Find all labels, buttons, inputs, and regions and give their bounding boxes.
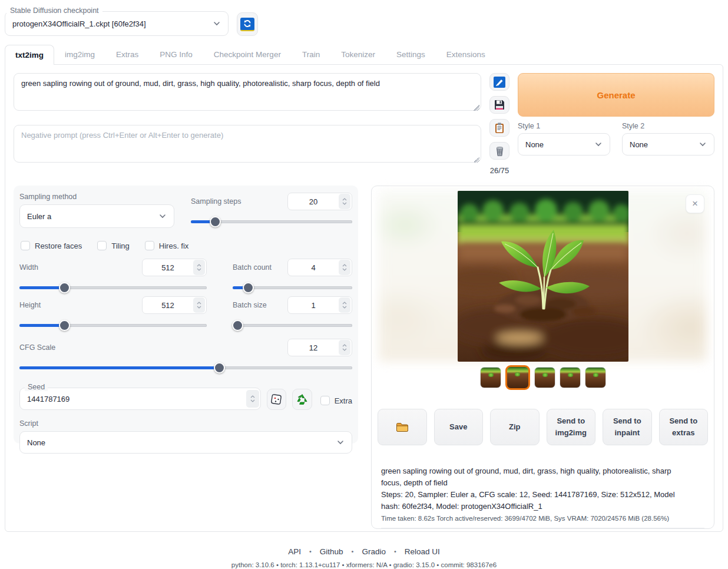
checkpoint-value: protogenX34OfficialR_1.ckpt [60fe2f34] — [12, 19, 146, 28]
sampling-steps-slider[interactable] — [191, 216, 352, 227]
batch-size-input[interactable]: 1 — [287, 296, 352, 314]
send-to-extras-button[interactable]: Send to extras — [659, 409, 709, 445]
sampling-steps-label: Sampling steps — [191, 197, 241, 206]
paintbrush-icon — [493, 76, 506, 88]
version-info: python: 3.10.6 • torch: 1.13.1+cu117 • x… — [5, 561, 723, 568]
script-label: Script — [19, 419, 352, 428]
tab-png-info[interactable]: PNG Info — [149, 44, 203, 64]
reuse-seed-button[interactable] — [292, 389, 312, 410]
thumbnail-4[interactable] — [560, 367, 581, 388]
close-icon: × — [692, 198, 698, 210]
image-gallery: × — [376, 191, 709, 397]
save-button[interactable]: Save — [434, 409, 484, 445]
random-seed-button[interactable] — [267, 389, 286, 410]
thumbnail-5[interactable] — [585, 367, 606, 388]
txt2img-panel: green sapling rowing out of ground, mud,… — [5, 64, 723, 532]
folder-icon — [396, 422, 409, 432]
close-gallery-button[interactable]: × — [686, 194, 704, 213]
footer: API • Github • Gradio • Reload UI python… — [5, 532, 723, 569]
tiling-checkbox[interactable]: Tiling — [97, 241, 130, 250]
height-input[interactable]: 512 — [142, 296, 207, 314]
footer-link-gradio[interactable]: Gradio — [362, 547, 386, 556]
thumbnail-2-selected[interactable] — [505, 365, 530, 390]
stepper-icon[interactable] — [193, 260, 205, 275]
height-slider[interactable] — [19, 320, 207, 330]
batch-size-label: Batch size — [233, 301, 267, 309]
apply-style-button[interactable] — [489, 119, 509, 137]
tab-extensions[interactable]: Extensions — [436, 44, 496, 64]
extra-seed-checkbox[interactable]: Extra — [320, 396, 352, 405]
batch-count-label: Batch count — [233, 263, 272, 272]
batch-count-slider[interactable] — [233, 282, 352, 293]
sampling-steps-input[interactable]: 20 — [287, 193, 352, 210]
chevron-down-icon — [336, 438, 345, 446]
send-to-img2img-button[interactable]: Send to img2img — [547, 409, 596, 445]
stepper-icon[interactable] — [339, 260, 350, 275]
thumbnail-1[interactable] — [480, 367, 501, 388]
send-to-inpaint-button[interactable]: Send to inpaint — [603, 409, 652, 445]
thumbnail-3[interactable] — [534, 367, 555, 388]
chevron-down-icon — [158, 212, 167, 220]
style2-select[interactable]: None — [622, 133, 714, 156]
interrogate-brush-button[interactable] — [489, 73, 509, 91]
tab-train[interactable]: Train — [292, 44, 330, 64]
batch-size-slider[interactable] — [233, 320, 352, 330]
stepper-icon[interactable] — [193, 297, 205, 313]
footer-link-github[interactable]: Github — [320, 547, 343, 556]
checkpoint-select[interactable]: Stable Diffusion checkpoint protogenX34O… — [5, 11, 229, 36]
zip-button[interactable]: Zip — [490, 409, 540, 445]
stepper-icon[interactable] — [339, 340, 350, 355]
style1-select[interactable]: None — [518, 133, 610, 156]
style2-label: Style 2 — [622, 122, 714, 130]
tab-tokenizer[interactable]: Tokenizer — [330, 44, 386, 64]
thumbnail-strip — [376, 367, 709, 390]
generated-image[interactable] — [458, 191, 628, 362]
tab-img2img[interactable]: img2img — [54, 44, 105, 64]
checkpoint-label: Stable Diffusion checkpoint — [6, 6, 102, 15]
bullet-separator: • — [394, 548, 396, 555]
stepper-icon[interactable] — [339, 297, 350, 313]
seed-input[interactable]: Seed 1441787169 — [19, 388, 261, 410]
open-folder-button[interactable] — [378, 409, 427, 445]
trash-icon — [494, 145, 505, 157]
generation-info: green sapling rowing out of ground, mud,… — [381, 465, 704, 528]
cfg-scale-slider[interactable] — [19, 362, 352, 373]
floppy-disk-icon — [494, 99, 505, 111]
checkpoint-bar: Stable Diffusion checkpoint protogenX34O… — [5, 6, 723, 36]
generate-button[interactable]: Generate — [518, 73, 714, 117]
info-prompt-text: green sapling rowing out of ground, mud,… — [381, 465, 679, 489]
refresh-checkpoint-button[interactable] — [237, 12, 258, 36]
tab-txt2img[interactable]: txt2img — [5, 45, 54, 65]
info-params-text: Steps: 20, Sampler: Euler a, CFG scale: … — [381, 489, 679, 512]
script-select[interactable]: None — [19, 431, 352, 454]
sd-webui-app: Stable Diffusion checkpoint protogenX34O… — [0, 0, 728, 569]
footer-link-api[interactable]: API — [288, 547, 301, 556]
bullet-separator: • — [352, 548, 354, 555]
batch-count-input[interactable]: 4 — [287, 259, 352, 276]
main-tabs: txt2img img2img Extras PNG Info Checkpoi… — [5, 44, 723, 64]
info-time-text: Time taken: 8.62s Torch active/reserved:… — [381, 515, 704, 522]
recycle-icon — [296, 393, 309, 406]
bullet-separator: • — [309, 548, 312, 555]
width-label: Width — [19, 263, 38, 272]
stepper-icon[interactable] — [339, 194, 350, 209]
width-input[interactable]: 512 — [142, 259, 207, 276]
tab-checkpoint-merger[interactable]: Checkpoint Merger — [203, 44, 292, 64]
negative-prompt-input[interactable] — [14, 125, 481, 163]
chevron-down-icon — [594, 140, 603, 148]
tab-settings[interactable]: Settings — [386, 44, 436, 64]
prompt-input[interactable]: green sapling rowing out of ground, mud,… — [14, 73, 481, 111]
cfg-scale-input[interactable]: 12 — [287, 339, 352, 356]
clear-prompt-button[interactable] — [489, 142, 509, 160]
restore-faces-checkbox[interactable]: Restore faces — [21, 241, 82, 250]
footer-link-reload-ui[interactable]: Reload UI — [405, 547, 440, 556]
tab-extras[interactable]: Extras — [105, 44, 149, 64]
sampling-method-select[interactable]: Euler a — [19, 204, 174, 228]
hires-fix-checkbox[interactable]: Hires. fix — [145, 241, 189, 250]
seed-label: Seed — [25, 383, 48, 391]
stepper-icon[interactable] — [246, 390, 259, 408]
chevron-down-icon — [213, 19, 221, 28]
sampling-method-label: Sampling method — [19, 193, 174, 201]
save-style-button[interactable] — [489, 96, 509, 114]
width-slider[interactable] — [19, 282, 207, 293]
